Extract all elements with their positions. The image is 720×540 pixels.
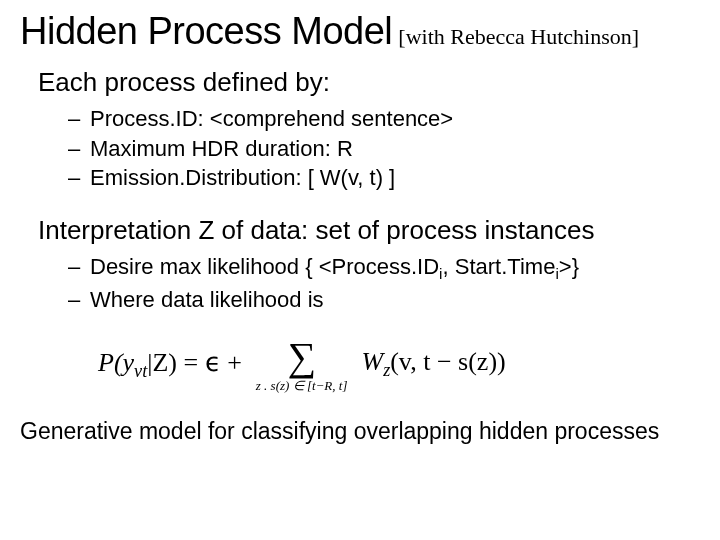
summation: ∑ z . s(z) ∈ [t−R, t]	[256, 337, 348, 392]
process-definition-list: Process.ID: <comprehend sentence> Maximu…	[68, 104, 700, 193]
formula-block: P(yvt|Z) = ϵ + ∑ z . s(z) ∈ [t−R, t] Wz(…	[98, 337, 700, 392]
formula-lhs: P(yvt|Z) = ϵ +	[98, 347, 242, 382]
text-fragment: P(y	[98, 348, 134, 377]
subscript: vt	[134, 361, 147, 381]
sigma-icon: ∑	[287, 337, 316, 377]
list-item: Process.ID: <comprehend sentence>	[68, 104, 700, 134]
text-fragment: (v, t − s(z))	[390, 347, 506, 376]
slide-title: Hidden Process Model	[20, 10, 392, 53]
formula-rhs: Wz(v, t − s(z))	[361, 347, 505, 381]
text-fragment: >}	[559, 254, 579, 279]
interpretation-list: Desire max likelihood { <Process.IDi, St…	[68, 252, 700, 315]
slide: Hidden Process Model [with Rebecca Hutch…	[0, 0, 720, 540]
sum-limits: z . s(z) ∈ [t−R, t]	[256, 379, 348, 392]
text-fragment: , Start.Time	[443, 254, 556, 279]
section-heading-2: Interpretation Z of data: set of process…	[38, 215, 700, 246]
likelihood-formula: P(yvt|Z) = ϵ + ∑ z . s(z) ∈ [t−R, t] Wz(…	[98, 337, 700, 392]
section-heading-1: Each process defined by:	[38, 67, 700, 98]
slide-body: Each process defined by: Process.ID: <co…	[20, 67, 700, 392]
title-row: Hidden Process Model [with Rebecca Hutch…	[20, 10, 700, 53]
list-item: Maximum HDR duration: R	[68, 134, 700, 164]
list-item: Desire max likelihood { <Process.IDi, St…	[68, 252, 700, 285]
attribution: [with Rebecca Hutchinson]	[398, 24, 639, 50]
text-fragment: W	[361, 347, 383, 376]
footer-line: Generative model for classifying overlap…	[20, 418, 700, 445]
list-item: Emission.Distribution: [ W(v, t) ]	[68, 163, 700, 193]
list-item: Where data likelihood is	[68, 285, 700, 315]
text-fragment: |Z) = ϵ +	[147, 348, 242, 377]
text-fragment: Desire max likelihood { <Process.ID	[90, 254, 439, 279]
